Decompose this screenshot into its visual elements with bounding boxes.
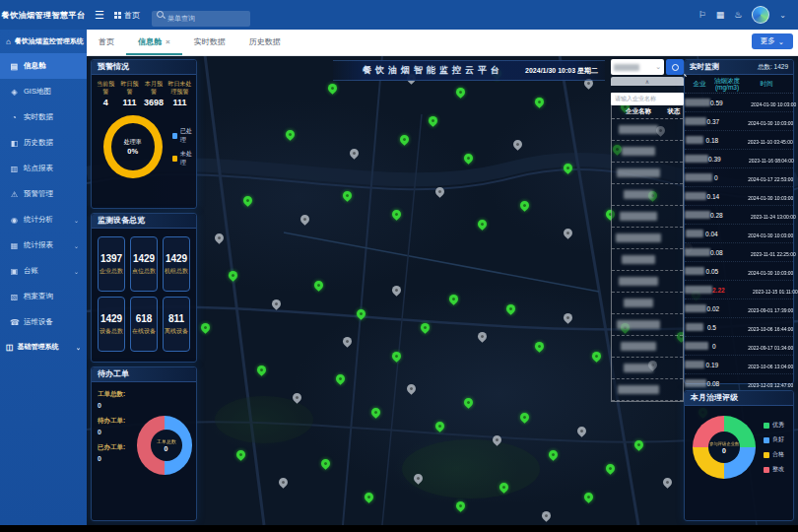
map-pin[interactable] [199, 321, 212, 334]
enterprise-search-input[interactable] [611, 93, 684, 105]
sidebar-item[interactable]: ◉统计分析⌄ [0, 207, 87, 233]
map-pin[interactable] [228, 270, 240, 283]
map-pin[interactable] [427, 114, 439, 127]
map-pin[interactable] [498, 481, 510, 494]
map-pin[interactable] [241, 194, 254, 207]
sidebar-item[interactable]: ◔实时数据 [0, 104, 87, 130]
table-row[interactable]: 0.042024-01-30 10:03:00 [685, 225, 793, 243]
map-pin[interactable] [632, 438, 645, 451]
table-row[interactable]: 0.592024-01-30 10:03:00 [685, 94, 793, 112]
sidebar-item[interactable]: ▧档案查询 [0, 284, 87, 309]
map-pin[interactable] [363, 491, 375, 503]
list-item[interactable] [612, 163, 683, 184]
map-pin[interactable] [476, 331, 489, 344]
map-pin[interactable] [562, 162, 574, 174]
avatar[interactable] [752, 6, 769, 24]
map-pin[interactable] [447, 293, 460, 305]
map-pin[interactable] [255, 364, 268, 376]
list-item[interactable] [612, 314, 683, 336]
close-icon[interactable]: × [166, 37, 170, 46]
map-pin[interactable] [562, 311, 574, 324]
map-pin[interactable] [299, 213, 311, 226]
menu-search-input[interactable] [152, 11, 250, 27]
map-pin[interactable] [519, 199, 532, 212]
map-pin[interactable] [433, 420, 446, 432]
map-pin[interactable] [476, 218, 489, 231]
map-pin[interactable] [292, 392, 304, 405]
table-row[interactable]: 0.052024-01-30 10:03:00 [685, 262, 793, 281]
sidebar-item[interactable]: ⚠预警管理 [0, 181, 87, 207]
table-row[interactable]: 02022-09-17 01:34:00 [685, 337, 793, 356]
list-item[interactable] [612, 228, 683, 249]
map-pin[interactable] [533, 96, 546, 108]
map-pin[interactable] [391, 350, 404, 363]
map-pin[interactable] [348, 148, 361, 161]
map-pin[interactable] [519, 411, 532, 424]
sidebar-item[interactable]: ▥站点报表 [0, 156, 87, 181]
list-item[interactable] [612, 271, 683, 293]
map-pin[interactable] [355, 307, 367, 320]
map-pin[interactable] [327, 82, 340, 95]
list-item[interactable] [612, 358, 683, 379]
collapse-tab[interactable]: ∧ [611, 77, 684, 86]
nav-home-item[interactable]: 首页 [114, 10, 140, 21]
map-pin[interactable] [391, 209, 404, 222]
table-row[interactable]: 2.222023-12-15 01:11:00 [685, 281, 793, 299]
map-pin[interactable] [491, 433, 503, 446]
map-pin[interactable] [412, 472, 425, 485]
map-pin[interactable] [398, 133, 411, 146]
map-pin[interactable] [433, 185, 446, 198]
map-pin[interactable] [369, 406, 382, 419]
list-item[interactable] [612, 379, 683, 401]
map-pin[interactable] [533, 340, 546, 353]
enterprise-select[interactable]: ⌄ [611, 59, 664, 75]
map-pin[interactable] [661, 476, 674, 489]
flame-icon[interactable]: ♨ [734, 11, 742, 20]
table-row[interactable]: 0.372024-01-30 10:03:00 [685, 112, 793, 131]
map-pin[interactable] [334, 372, 347, 385]
map-pin[interactable] [234, 448, 247, 461]
map-pin[interactable] [419, 321, 432, 334]
list-item[interactable] [612, 206, 683, 228]
enterprise-search-button[interactable] [666, 59, 684, 75]
sidebar-item[interactable]: ▤信息舱 [0, 53, 87, 79]
map-pin[interactable] [540, 509, 553, 522]
table-row[interactable]: 0.142024-01-30 10:03:00 [685, 187, 793, 206]
map-pin[interactable] [391, 284, 404, 297]
table-row[interactable]: 0.182023-11-10 03:45:00 [685, 131, 793, 150]
table-row[interactable]: 0.192023-10-06 13:04:00 [685, 356, 793, 374]
map-pin[interactable] [213, 232, 226, 244]
table-row[interactable]: 02024-01-17 22:53:00 [685, 168, 793, 187]
tab-item[interactable]: 实时数据 [182, 30, 237, 55]
table-row[interactable]: 0.282023-11-24 13:00:00 [685, 206, 793, 225]
map-pin[interactable] [575, 425, 588, 437]
sidebar-section-bottom[interactable]: ◫ 基础管理系统 ⌄ [0, 335, 87, 359]
list-item[interactable] [612, 184, 683, 206]
map-pin[interactable] [462, 152, 475, 165]
theme-icon[interactable]: ⚐ [698, 11, 706, 20]
more-button[interactable]: 更多⌄ [752, 33, 793, 49]
list-item[interactable] [612, 336, 683, 358]
sidebar-item[interactable]: ▦统计报表⌄ [0, 233, 87, 258]
sidebar-item[interactable]: ▣台账⌄ [0, 258, 87, 284]
apps-icon[interactable]: ▦ [716, 11, 725, 20]
map-pin[interactable] [312, 279, 325, 292]
map-pin[interactable] [405, 382, 418, 395]
sidebar-item[interactable]: ◈GIS地图 [0, 79, 87, 104]
tab-item[interactable]: 首页 [87, 30, 126, 55]
sidebar-item[interactable]: ◧历史数据 [0, 130, 87, 156]
map-pin[interactable] [462, 396, 475, 409]
list-item[interactable] [612, 249, 683, 271]
sidebar-item[interactable]: ☎运维设备 [0, 309, 87, 335]
map-pin[interactable] [511, 138, 524, 151]
list-item[interactable] [612, 141, 683, 163]
map-pin[interactable] [547, 448, 560, 461]
map-pin[interactable] [590, 350, 603, 363]
map-pin[interactable] [504, 302, 517, 315]
table-row[interactable]: 0.022023-09-01 17:39:00 [685, 299, 793, 318]
map-pin[interactable] [277, 476, 290, 489]
table-row[interactable]: 0.392023-11-16 08:04:00 [685, 150, 793, 168]
tab-active[interactable]: 信息舱× [126, 30, 182, 55]
table-row[interactable]: 0.52023-10-06 16:44:00 [685, 318, 793, 337]
map-pin[interactable] [284, 128, 297, 141]
